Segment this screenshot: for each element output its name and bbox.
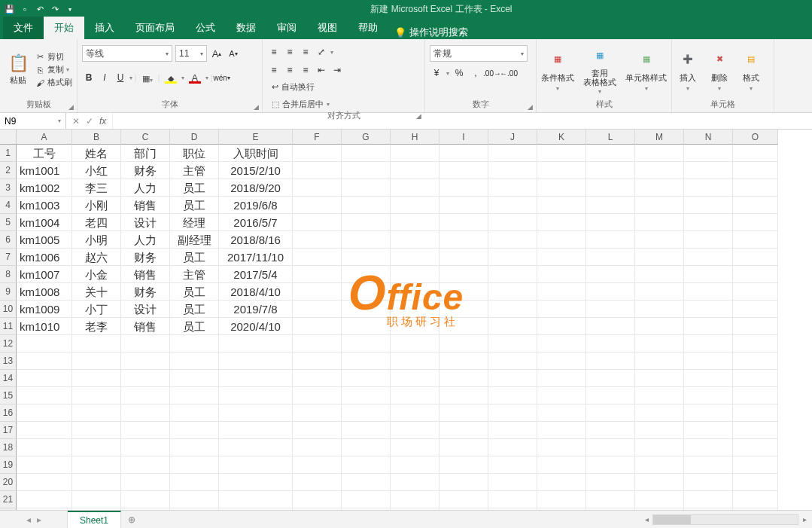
column-header[interactable]: M (635, 130, 684, 145)
cell[interactable] (586, 301, 635, 318)
cell[interactable]: 员工 (170, 249, 219, 266)
cell[interactable] (439, 335, 488, 353)
cell[interactable] (537, 353, 586, 370)
cell[interactable]: 财务 (121, 162, 170, 179)
cell[interactable] (439, 456, 488, 474)
cell[interactable] (293, 404, 342, 422)
cell[interactable] (733, 508, 778, 510)
cell[interactable] (293, 387, 342, 404)
cell[interactable] (537, 197, 586, 214)
sheet-next-icon[interactable]: ▸ (37, 514, 41, 525)
cell[interactable] (488, 422, 537, 439)
row-header[interactable]: 16 (0, 404, 17, 422)
cell[interactable] (733, 353, 778, 370)
cell[interactable] (342, 301, 391, 318)
cell[interactable] (586, 249, 635, 266)
cell[interactable] (733, 266, 778, 283)
cell[interactable] (586, 231, 635, 249)
cell[interactable] (391, 318, 439, 335)
column-header[interactable]: J (488, 130, 537, 145)
border-button[interactable]: ▦▾ (139, 71, 156, 84)
cell[interactable] (170, 335, 219, 353)
cell[interactable] (733, 179, 778, 197)
row-header[interactable]: 20 (0, 474, 17, 491)
cell[interactable] (684, 404, 733, 422)
cell[interactable] (635, 249, 684, 266)
cell[interactable] (72, 474, 121, 491)
copy-button[interactable]: ⎘复制▾ (35, 63, 72, 76)
cell[interactable] (586, 266, 635, 283)
cell[interactable] (488, 283, 537, 301)
cell[interactable]: km1008 (17, 283, 72, 301)
cell[interactable]: 销售 (121, 197, 170, 214)
cell[interactable]: 小红 (72, 162, 121, 179)
new-icon[interactable]: ▫ (20, 4, 30, 14)
cell[interactable] (537, 404, 586, 422)
cell[interactable] (121, 370, 170, 387)
cell[interactable] (635, 353, 684, 370)
cell[interactable]: 2016/5/7 (219, 214, 293, 231)
cell[interactable] (439, 491, 488, 508)
font-launcher-icon[interactable]: ◢ (254, 103, 259, 111)
cell[interactable] (17, 404, 72, 422)
cell[interactable] (733, 335, 778, 353)
cell[interactable] (684, 214, 733, 231)
cell[interactable] (391, 197, 439, 214)
cell[interactable] (439, 387, 488, 404)
cell[interactable] (586, 474, 635, 491)
sheet-tab[interactable]: Sheet1 (68, 511, 121, 528)
cell[interactable] (342, 387, 391, 404)
cell[interactable] (537, 283, 586, 301)
column-header[interactable]: D (170, 130, 219, 145)
row-header[interactable]: 13 (0, 353, 17, 370)
cell[interactable] (17, 439, 72, 456)
font-color-button[interactable]: A (187, 71, 203, 84)
cell[interactable] (170, 474, 219, 491)
cell[interactable] (342, 283, 391, 301)
row-header[interactable]: 11 (0, 318, 17, 335)
cell[interactable] (733, 162, 778, 179)
tell-me[interactable]: 💡 操作说明搜索 (394, 26, 468, 39)
horizontal-scrollbar[interactable]: ◂ ▸ (639, 511, 812, 528)
column-header[interactable]: F (293, 130, 342, 145)
cell[interactable] (488, 456, 537, 474)
cell[interactable] (342, 439, 391, 456)
cell[interactable] (219, 404, 293, 422)
paste-button[interactable]: 📋 粘贴 (5, 53, 32, 86)
cell[interactable] (342, 370, 391, 387)
cell[interactable]: 财务 (121, 283, 170, 301)
cell[interactable] (293, 439, 342, 456)
cell[interactable] (684, 249, 733, 266)
cell[interactable] (391, 474, 439, 491)
cell[interactable] (391, 266, 439, 283)
cell[interactable] (391, 439, 439, 456)
cell[interactable] (635, 335, 684, 353)
cell[interactable] (391, 387, 439, 404)
align-launcher-icon[interactable]: ◢ (416, 112, 421, 120)
row-header[interactable]: 3 (0, 179, 17, 197)
cell[interactable]: 副经理 (170, 231, 219, 249)
cell[interactable] (170, 491, 219, 508)
cell[interactable] (733, 318, 778, 335)
cell[interactable] (391, 491, 439, 508)
cell[interactable]: 赵六 (72, 249, 121, 266)
cell[interactable] (72, 491, 121, 508)
cell[interactable] (439, 439, 488, 456)
row-header[interactable]: 10 (0, 301, 17, 318)
column-header[interactable]: N (684, 130, 733, 145)
cell[interactable] (293, 491, 342, 508)
cell[interactable]: km1001 (17, 162, 72, 179)
cell[interactable]: 2018/9/20 (219, 179, 293, 197)
cell[interactable] (391, 214, 439, 231)
cell[interactable] (391, 283, 439, 301)
cell[interactable] (391, 231, 439, 249)
cell[interactable] (72, 387, 121, 404)
cell[interactable] (391, 145, 439, 162)
cell[interactable] (293, 249, 342, 266)
align-top-icon[interactable]: ≡ (267, 45, 281, 59)
cell[interactable] (170, 439, 219, 456)
cell[interactable] (537, 179, 586, 197)
format-painter-button[interactable]: 🖌格式刷 (35, 76, 72, 89)
cell[interactable] (219, 387, 293, 404)
cell[interactable] (684, 370, 733, 387)
